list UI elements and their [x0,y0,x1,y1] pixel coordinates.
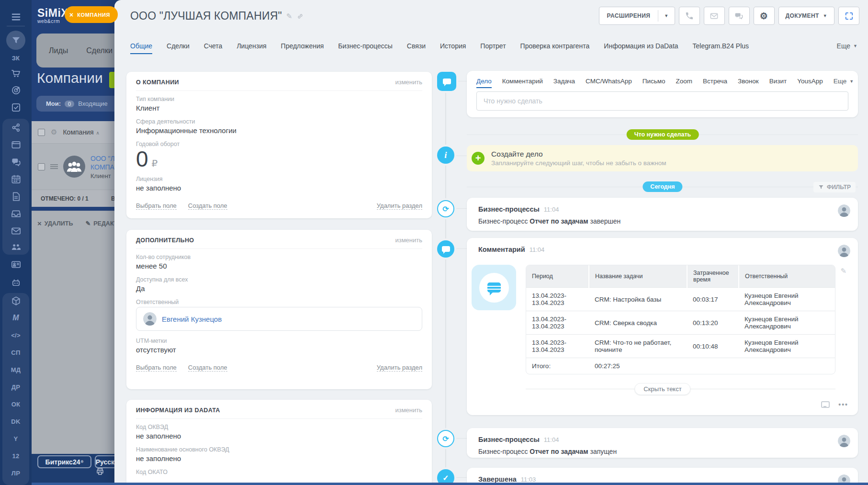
timeline-tab-8[interactable]: Визит [769,78,787,85]
detail-tab-11[interactable]: Telegram.B24 Plus [693,42,749,50]
detail-tab-9[interactable]: Проверка контрагента [520,42,590,50]
rail-item-3k[interactable]: ЗК [0,51,32,65]
timeline-tab-1[interactable]: Комментарий [502,78,543,85]
hide-text-button[interactable]: Скрыть текст [634,383,690,395]
company-link-line1[interactable]: ООО "ЛУЧШАЯ [90,154,115,163]
rail-item-docs-icon[interactable] [0,190,32,203]
bitrix24-brand-button[interactable]: Битрикс24® [37,455,91,468]
todo-pill[interactable]: Что нужно сделать [627,129,699,140]
card-edit-link[interactable]: изменить [395,79,422,86]
timeline-tab-more[interactable]: Еще▼ [834,78,854,85]
row-drag-handle-icon[interactable] [50,164,58,169]
timeline-tab-7[interactable]: Звонок [738,78,759,85]
detail-tab-2[interactable]: Счета [204,42,223,50]
rail-item-mail-icon[interactable] [0,224,32,237]
rail-item-sp[interactable]: СП [0,346,32,359]
detail-tab-10[interactable]: Информация из DaData [604,42,678,50]
banner-title[interactable]: Создайте дело [491,150,666,158]
rail-item-dk[interactable]: DK [0,415,32,428]
detail-tab-6[interactable]: Связи [407,42,426,50]
rail-item-messenger-icon[interactable] [0,155,32,169]
rail-item-market[interactable]: M [0,311,32,325]
nav-item-deals[interactable]: Сделки [86,46,113,55]
nav-item-leads[interactable]: Лиды [49,46,68,55]
rail-item-menu-icon[interactable] [0,10,32,23]
rail-item-shop-icon[interactable] [0,67,32,80]
remove-section-link[interactable]: Удалить раздел [377,364,422,372]
rail-item-storage-icon[interactable] [0,207,32,220]
remove-section-link[interactable]: Удалить раздел [377,202,422,210]
edit-title-pencil-icon[interactable]: ✎ [286,12,293,21]
rail-item-network-icon[interactable] [0,121,32,134]
rail-item-calendar-icon[interactable] [0,172,32,186]
timeline-entry-comment[interactable]: Комментарий 11:04 ✎ ПериодНазвание задач… [467,238,858,415]
timeline-tab-5[interactable]: Zoom [676,78,693,85]
card-edit-link[interactable]: изменить [395,406,422,414]
rail-item-12[interactable]: 12 [0,449,32,462]
detail-tab-3[interactable]: Лицензия [237,42,266,50]
timeline-tab-9[interactable]: YousApp [797,78,823,85]
simix-logo[interactable]: SiMiX web&crm [37,7,68,24]
today-pill[interactable]: Сегодня [643,181,682,192]
extensions-button[interactable]: РАСШИРЕНИЯ ▼ [599,7,675,25]
add-activity-plus-icon[interactable]: + [472,152,485,165]
row-checkbox[interactable] [38,163,45,170]
copy-link-icon[interactable] [296,12,304,20]
rail-item-marketing-icon[interactable] [0,83,32,97]
list-settings-gear-icon[interactable]: ⚙ [51,128,57,136]
timeline-tab-0[interactable]: Дело [476,78,492,85]
responsible-person[interactable]: Евгений Кузнецов [136,307,422,331]
rail-item-filter-icon[interactable] [0,31,32,50]
list-filter-bar[interactable]: Мои: 0 Входящие [36,96,115,112]
printer-icon[interactable] [96,467,104,478]
document-button[interactable]: ДОКУМЕНТ▼ [778,7,834,25]
edit-comment-pencil-icon[interactable]: ✎ [840,267,846,275]
more-actions-icon[interactable]: ••• [838,401,848,408]
rail-item-dr[interactable]: ДР [0,380,32,394]
detail-tab-more[interactable]: Еще▼ [837,42,857,50]
select-all-checkbox[interactable] [38,129,45,136]
chat-button[interactable] [729,7,750,25]
timeline-entry-process-finished[interactable]: Бизнес-процессы 11:04 Бизнес-процесс Отч… [467,198,858,231]
company-list-row[interactable]: ООО "ЛУЧШАЯ КОМПАНИЯ" Клиент [32,144,115,190]
delete-action[interactable]: ×УДАЛИТЬ [37,219,73,227]
extensions-dropdown-icon[interactable]: ▼ [658,13,674,18]
edit-action[interactable]: ✎РЕДАКТИРОВАТЬ [85,220,115,227]
fullscreen-button[interactable] [838,7,859,25]
detail-tab-1[interactable]: Сделки [167,42,190,50]
create-field-link[interactable]: Создать поле [188,364,227,372]
detail-tab-0[interactable]: Общие [130,42,152,50]
card-edit-link[interactable]: изменить [395,237,422,244]
rail-item-dev[interactable]: </> [0,328,32,342]
rail-item-md[interactable]: МД [0,363,32,376]
language-button[interactable]: Русский [95,455,115,468]
detail-tab-8[interactable]: Портрет [480,42,506,50]
timeline-tab-6[interactable]: Встреча [703,78,727,85]
timeline-filter-button[interactable]: ФИЛЬТР [813,182,856,192]
chip-close-icon[interactable]: × [69,11,73,19]
rail-item-lr[interactable]: ЛР [0,466,32,480]
rail-item-bots-icon[interactable] [0,276,32,289]
timeline-tab-2[interactable]: Задача [553,78,575,85]
rail-item-y[interactable]: Y [0,432,32,445]
detail-tab-7[interactable]: История [440,42,466,50]
create-field-link[interactable]: Создать поле [188,202,227,210]
company-link-line2[interactable]: КОМПАНИЯ" [90,163,115,171]
detail-tab-5[interactable]: Бизнес-процессы [338,42,392,50]
settings-button[interactable]: ⚙ [754,7,775,25]
column-header-company[interactable]: Компания∧ [63,128,99,136]
timeline-entry-process-started[interactable]: Бизнес-процессы 11:04 Бизнес-процесс Отч… [467,428,858,458]
email-button[interactable] [704,7,725,25]
rail-item-ok[interactable]: ОК [0,397,32,411]
entity-chip-company[interactable]: × КОМПАНИЯ [65,6,118,23]
rail-item-tasks-icon[interactable] [0,101,32,114]
pick-field-link[interactable]: Выбрать поле [136,202,177,210]
detail-tab-4[interactable]: Предложения [281,42,324,50]
comment-reply-icon[interactable] [821,401,830,408]
timeline-tab-4[interactable]: Письмо [643,78,665,85]
rail-item-contacts-icon[interactable] [0,258,32,271]
timeline-tab-3[interactable]: СМС/WhatsApp [586,78,632,85]
rail-item-apps-icon[interactable] [0,294,32,307]
pick-field-link[interactable]: Выбрать поле [136,364,177,372]
rail-item-employees-icon[interactable] [0,240,32,253]
